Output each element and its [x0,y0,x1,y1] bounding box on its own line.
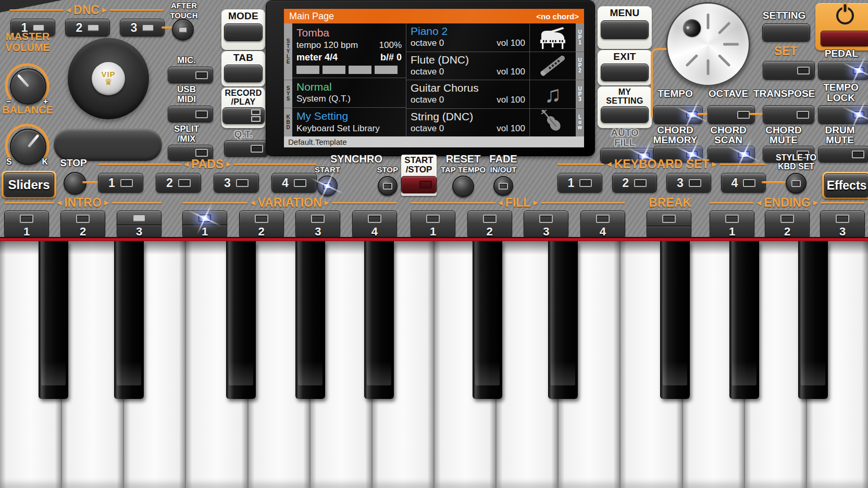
variation-button-2[interactable]: 2 [239,210,284,239]
fill-button-3[interactable]: 3 [524,210,568,239]
my-setting-button[interactable] [601,106,649,123]
fade-in-out-button[interactable] [493,176,513,196]
fill-button-4[interactable]: 4 [580,210,625,239]
pads-button-2[interactable]: 2 [156,173,201,193]
balance-label: BALANCE [2,104,53,116]
reset-tap-tempo-button[interactable] [452,176,474,197]
power-switch[interactable] [821,31,868,46]
exit-button[interactable] [601,64,649,81]
black-key[interactable] [39,241,68,399]
usb-midi-button[interactable] [168,106,213,122]
style-to-kbd-button[interactable] [786,173,807,194]
black-key[interactable] [729,241,759,399]
led-indicator [76,215,90,223]
style-cell[interactable]: Tomba tempo 120 bpm100% meter 4/4b/# 0 [292,23,406,78]
tempo-lock-button[interactable] [818,105,868,124]
track-rows: Piano 2octave 0vol 100Flute (DNC)octave … [406,23,576,136]
ending-button-1[interactable]: 1 [710,210,754,239]
knob-pointer [17,74,29,87]
tempo-button[interactable] [653,105,703,124]
lcd-track-row[interactable]: String (DNC)octave 0vol 100 [406,109,576,137]
intro-button-1[interactable]: 1 [4,210,49,239]
keyboard-set-button-4[interactable]: 4 [721,173,766,193]
pads-button-1[interactable]: 1 [98,173,143,193]
stop-button[interactable] [64,172,86,195]
pitch-ribbon[interactable] [54,129,162,161]
variation-button-4[interactable]: 4 [352,210,397,239]
fill-button-2[interactable]: 2 [467,210,512,239]
led-indicator [368,215,381,223]
ending-button-2[interactable]: 2 [765,210,810,239]
dnc-button-3[interactable]: 3 [120,19,165,36]
track-name-cell[interactable]: Guitar Chorusoctave 0vol 100 [406,80,530,108]
variation-button-3[interactable]: 3 [295,210,340,239]
qt-button[interactable] [224,140,268,157]
effects-button[interactable]: Effects [824,173,868,197]
variation-button-1[interactable]: 1 [182,210,227,239]
track-name-cell[interactable]: String (DNC)octave 0vol 100 [406,109,530,137]
master-volume-knob[interactable]: – + [1,55,53,107]
chord-scan-label: CHORDSCAN [704,125,752,145]
tab-button[interactable] [224,65,263,82]
vip-logo: VIP♛ [92,62,125,95]
lcd-track-row[interactable]: Piano 2octave 0vol 100 [406,23,576,52]
keyboard-set-button-2[interactable]: 2 [612,173,657,193]
qt-label: Q.T. [221,129,265,140]
black-key[interactable] [548,241,578,399]
record-play-button[interactable] [222,107,265,124]
track-name-cell[interactable]: Piano 2octave 0vol 100 [406,23,530,52]
black-key[interactable] [364,241,394,399]
synchro-start-button[interactable] [317,176,338,196]
black-key[interactable] [660,241,690,399]
menu-button[interactable] [601,20,649,39]
sys-cell[interactable]: Normal System (Q.T.) [292,78,406,108]
keyboard-set-button-3[interactable]: 3 [666,173,711,193]
intro-button-2[interactable]: 2 [60,210,105,239]
intro-button-3[interactable]: 3 [117,210,162,239]
black-key[interactable] [114,241,144,399]
black-key[interactable] [798,241,828,399]
pads-button-4[interactable]: 4 [271,173,317,193]
pedal-button[interactable] [818,61,868,80]
sliders-button[interactable]: Sliders [4,172,54,197]
lcd-page-title: Main Page [289,11,334,22]
mode-button[interactable] [224,23,263,41]
dial-tick [718,54,731,67]
tempo-label: TEMPO [652,88,698,99]
track-side-label: UP3 [576,80,584,109]
data-dial[interactable] [666,2,750,86]
lcd-track-row[interactable]: Guitar Chorusoctave 0vol 100♫ [406,80,576,109]
track-name: Guitar Chorus [411,82,525,94]
synchro-stop-button[interactable] [378,176,398,196]
pads-button-3[interactable]: 3 [214,173,259,193]
setting-button[interactable] [762,23,810,42]
black-key[interactable] [226,241,256,399]
black-key[interactable] [473,241,502,399]
start-stop-button[interactable] [401,176,437,193]
balance-min-label: S [6,157,12,167]
fill-button-1[interactable]: 1 [411,210,455,239]
after-touch-knob[interactable] [172,19,194,41]
set-label: SET [763,44,808,58]
ending-button-3[interactable]: 3 [820,210,865,239]
track-name-cell[interactable]: Flute (DNC)octave 0vol 100 [406,52,530,80]
octave-button[interactable] [708,105,755,124]
transpose-button[interactable] [763,105,814,124]
black-key[interactable] [295,241,325,399]
led-indicator [383,183,392,190]
balance-knob[interactable]: S K [1,116,53,168]
set-button[interactable] [763,61,815,80]
kbd-cell[interactable]: My Setting Keyboard Set Library [292,108,406,137]
mic-button[interactable] [168,67,213,83]
button-number: 3 [677,176,684,190]
lcd-track-row[interactable]: Flute (DNC)octave 0vol 100 [406,52,576,81]
drum-mute-button[interactable] [818,146,868,162]
dnc-header: DNC [9,3,164,17]
dnc-button-2[interactable]: 2 [65,19,110,36]
tempo-percent: 100% [379,40,402,51]
break-button[interactable] [647,210,691,239]
control-panel: DNC 123 AFTERTOUCH MASTERVOLUME – + BALA… [0,0,868,237]
reset-label: RESET [437,153,490,165]
power-button[interactable] [815,3,868,51]
keyboard-set-button-1[interactable]: 1 [557,173,602,193]
